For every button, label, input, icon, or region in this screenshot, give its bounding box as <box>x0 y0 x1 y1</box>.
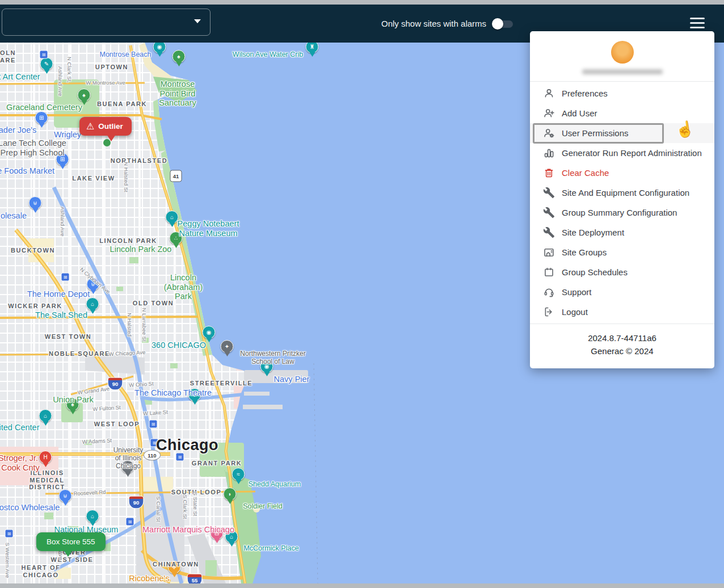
app-window: OLN AREUPTOWNBUENA PARKNORTHALSTEDLAKE V… <box>0 0 724 588</box>
menu-item-group-schedules[interactable]: Group Schedules <box>530 262 714 282</box>
map-label: S State St <box>192 492 199 516</box>
art-center-pin[interactable]: ✎ <box>40 57 53 70</box>
badge-tail <box>64 550 73 557</box>
map-label: Ashland Ave <box>60 207 66 237</box>
map-label: N Halsted St <box>123 162 129 192</box>
menu-item-preferences[interactable]: Preferences <box>530 83 714 103</box>
map-label: WEST TOWN <box>45 333 92 341</box>
user-dropdown-menu: PreferencesAdd UserUser PermissionsGener… <box>530 31 714 368</box>
map-label: Ricobene's <box>129 574 169 583</box>
app-version: 2024.8.7-44711a6 <box>530 331 714 345</box>
wrench-icon <box>542 187 555 199</box>
map-label: S Clark St <box>182 495 188 519</box>
map-label: BUCKTOWN <box>11 247 55 254</box>
bar-chart-icon <box>542 147 555 159</box>
menu-item-generator-run-report-administration[interactable]: Generator Run Report Administration <box>530 143 714 163</box>
map-label: Lane Tech College Prep High School <box>0 138 66 157</box>
bag-pin-costco[interactable]: ⊎ <box>59 489 72 502</box>
map-label: N Larrabee St <box>141 308 148 341</box>
menu-item-group-summary-configuration[interactable]: Group Summary Configuration <box>530 203 714 222</box>
map-label: Stroger, Jr. f Cook Cnty <box>0 453 40 472</box>
map-label: Soldier Field <box>243 502 282 510</box>
menu-item-clear-cache[interactable]: Clear Cache <box>530 163 714 183</box>
map-label: WICKER PARK <box>8 303 62 310</box>
route-shield-41: 41 <box>170 170 182 182</box>
menu-item-site-groups[interactable]: Site Groups <box>530 242 714 262</box>
map-label: NORTHALSTED <box>111 157 168 165</box>
menu-item-site-deployment[interactable]: Site Deployment <box>530 222 714 242</box>
map-label: Shedd Aquarium <box>249 480 301 488</box>
salt-shed-pin[interactable]: ⌂ <box>86 297 99 310</box>
menu-footer: 2024.8.7-44711a6 Generac © 2024 <box>530 324 714 358</box>
map-label: N Clark St, <box>66 57 73 83</box>
map-label: The Chicago Theatre <box>134 388 212 398</box>
map-label: CHINATOWN <box>153 561 199 568</box>
map-label: Montrose Beach <box>99 51 151 58</box>
cart-pin-trader-joes[interactable]: ⊞ <box>35 111 48 124</box>
wrench-icon <box>542 226 555 239</box>
hospital-pin-stroger[interactable]: H <box>39 451 52 464</box>
dolphin-pin-shedd[interactable]: ≈ <box>232 468 245 481</box>
map-label: ILLINOIS MEDICAL DISTRICT <box>29 469 65 491</box>
menu-item-label: Clear Cache <box>562 168 609 178</box>
selection-highlight-box <box>533 123 664 144</box>
menu-item-list: PreferencesAdd UserUser PermissionsGener… <box>530 82 714 324</box>
site-badge-box-store[interactable]: Box Store 555 <box>36 532 106 551</box>
alarm-filter: Only show sites with alarms <box>381 5 515 43</box>
menu-item-label: Preferences <box>562 89 608 98</box>
map-label: University of Illinois Chicago <box>113 447 144 470</box>
menu-item-label: Group Schedules <box>562 267 628 277</box>
window-frame-bottom <box>0 583 724 588</box>
map-label: NOBLE SQUARE <box>49 350 110 358</box>
outlier-alarm-badge[interactable]: ⚠ Outlier <box>79 117 132 136</box>
menu-item-label: Logout <box>562 307 588 317</box>
person-add-icon <box>542 107 555 120</box>
buildings-icon <box>542 246 555 259</box>
menu-item-label: Support <box>562 287 592 297</box>
museum-pin-national[interactable]: ⌂ <box>86 510 99 523</box>
alarm-toggle-switch[interactable] <box>492 17 515 31</box>
wrench-icon <box>542 207 555 219</box>
map-label: Montrose Point Bird Sanctuary <box>159 79 196 108</box>
outlier-badge-label: Outlier <box>98 122 123 131</box>
hamburger-menu-icon[interactable] <box>690 18 705 29</box>
map-label: Graceland Cemetery <box>6 103 82 112</box>
map-label: LINCOLN PARK <box>99 237 157 245</box>
alarm-toggle-label: Only show sites with alarms <box>381 19 486 28</box>
map-label: McCormick Place <box>243 544 298 552</box>
school-pin-northwestern[interactable]: ✦ <box>221 340 234 353</box>
map-label: 360 CHICAGO <box>151 341 206 350</box>
site-group-select[interactable] <box>2 9 211 36</box>
camera-pin-360-chicago[interactable]: ◉ <box>203 326 216 339</box>
bag-pin-wholesale[interactable]: ⊎ <box>29 196 42 209</box>
tree-pin-graceland[interactable]: ♠ <box>78 89 91 102</box>
stadium-pin-united-center[interactable]: ⌂ <box>39 409 52 422</box>
site-badge-label: Box Store 555 <box>47 537 95 546</box>
menu-item-label: Add User <box>562 108 597 118</box>
menu-item-logout[interactable]: Logout <box>530 302 714 322</box>
map-label: GRANT PARK <box>192 460 242 467</box>
museum-pin-notebaert[interactable]: ⌂ <box>166 211 179 224</box>
badge-tail <box>107 135 116 141</box>
tree-pin-montrose-point[interactable]: ♠ <box>172 50 186 63</box>
transit-station-icon: ⊞ <box>149 420 158 429</box>
menu-item-label: Generator Run Report Administration <box>562 148 702 158</box>
map-label: Marriott Marquis Chicago <box>142 525 234 535</box>
football-pin-soldier-field[interactable]: ◗ <box>224 488 237 501</box>
map-label: STREETERVILLE <box>190 380 252 387</box>
menu-item-label: Site Groups <box>562 247 607 257</box>
map-label: OLN ARE <box>0 49 16 64</box>
menu-item-support[interactable]: Support <box>530 282 714 302</box>
map-label: The Home Depot <box>27 289 90 299</box>
map-label: The Salt Shed <box>35 310 87 320</box>
map-label: Lincoln Park Zoo <box>110 245 172 254</box>
menu-item-site-and-equipment-configuration[interactable]: Site And Equipment Configuration <box>530 183 714 203</box>
map-label: Lincoln (Abraham) Park <box>164 273 203 301</box>
avatar[interactable] <box>611 41 634 64</box>
map-label: UPTOWN <box>95 64 128 71</box>
person-icon <box>542 87 555 100</box>
copyright: Generac © 2024 <box>530 345 714 358</box>
map-label: Peggy Notebaert Nature Museum <box>178 219 239 238</box>
map-label: W Montrose Ave <box>86 80 125 86</box>
chevron-down-icon <box>194 19 201 23</box>
